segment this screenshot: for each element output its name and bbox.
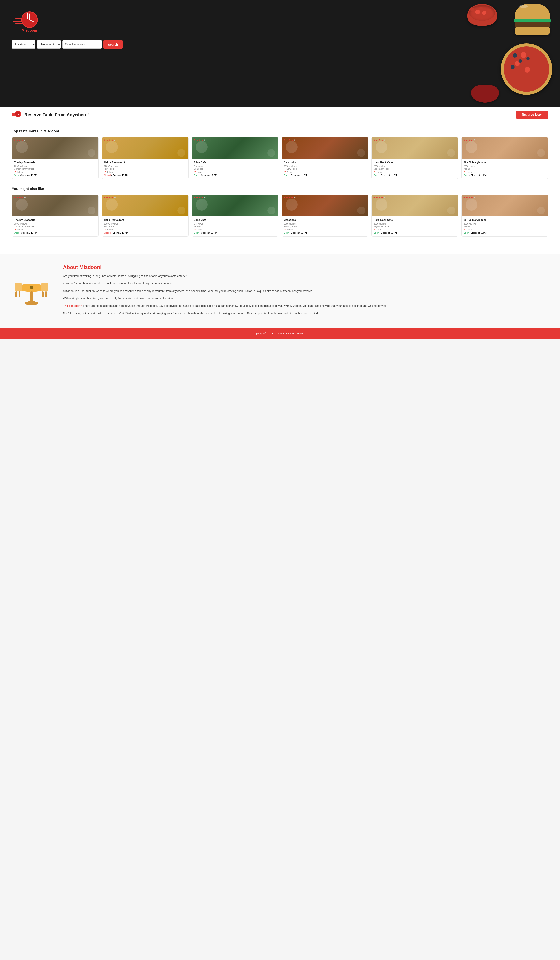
star-icon: ★: [471, 196, 473, 199]
star-icon: ★: [104, 196, 106, 199]
reserve-now-button[interactable]: Reserve Now!: [516, 111, 548, 119]
status-hours: Closes at 12 PM: [201, 232, 217, 234]
star-icon: ★: [474, 196, 475, 199]
card-image: ★★★★★: [372, 137, 458, 159]
card-location: Ahvaz: [284, 171, 366, 173]
star-icon: ★: [111, 139, 113, 141]
restaurant-card[interactable]: ★★★★★ 28 - 50 Marylebone 2096 reviews Ke…: [461, 137, 548, 179]
star-icon: ★: [193, 139, 196, 141]
star-icon: ★: [16, 196, 18, 199]
about-section: About Mizdooni Are you tired of waiting …: [0, 254, 560, 328]
star-icon: ★: [201, 139, 203, 141]
card-body: Eline Cafe 0 reviews Sea Food Rasht Open…: [192, 216, 278, 236]
restaurant-card[interactable]: ★★★★★ Eline Cafe 0 reviews Sea Food Rash…: [191, 195, 278, 237]
restaurant-card[interactable]: ★★★★★ Hard Rock Cafe 2096 reviews Vegeta…: [372, 137, 458, 179]
about-para-2: Look no further than Mizdooni – the ulti…: [63, 281, 548, 286]
logo[interactable]: Mizdooni: [12, 8, 43, 34]
status-hours: Closes at 11 PM: [471, 232, 487, 234]
card-cuisine: Fast Food: [104, 225, 186, 228]
status-hours: Closes at 11 PM: [21, 232, 37, 234]
card-body: 28 - 50 Marylebone 2096 reviews Kebab Te…: [462, 216, 548, 236]
card-location: Tabriz: [374, 229, 456, 231]
star-icon: ★: [474, 139, 475, 141]
star-icon: ★: [286, 139, 288, 141]
star-icon: ★: [286, 196, 288, 199]
star-icon: ★: [463, 196, 465, 199]
about-para-4: With a simple search feature, you can ea…: [63, 296, 548, 301]
restaurant-card[interactable]: ★★★★★ Halia Restaurant 12096 reviews Fas…: [102, 195, 188, 237]
star-icon: ★: [111, 196, 113, 199]
status-hours: Closes at 11 PM: [291, 174, 307, 176]
card-image: ★★★★★: [372, 195, 458, 216]
card-status: Open • Closes at 11 PM: [374, 174, 456, 176]
star-icon: ★: [199, 196, 201, 199]
card-body: Haida Restaurant 12096 reviews Fast Food…: [102, 159, 188, 179]
star-icon: ★: [376, 196, 378, 199]
card-cuisine: Kebab: [464, 168, 546, 170]
card-reviews: 2096 reviews: [14, 222, 96, 225]
card-location: Tabriz: [374, 171, 456, 173]
card-stars: ★★★★★: [283, 139, 296, 141]
card-image: ★★★★★: [102, 195, 188, 216]
star-icon: ★: [199, 139, 201, 141]
restaurant-card[interactable]: ★★★★★ Haida Restaurant 12096 reviews Fas…: [102, 137, 188, 179]
star-icon: ★: [376, 139, 378, 141]
restaurant-card[interactable]: ★★★★★ Cecconi's 2096 reviews Healthy Foo…: [282, 137, 369, 179]
card-cuisine: Kebab: [464, 225, 546, 228]
star-icon: ★: [196, 139, 198, 141]
footer-text: Copyright © 2024 Mizdooni - All rights r…: [253, 332, 307, 335]
card-name: Eline Cafe: [194, 161, 276, 164]
star-icon: ★: [468, 196, 471, 199]
food-sauce-decoration: [471, 85, 499, 102]
status-label: Open: [194, 232, 199, 234]
card-status: Open • Closes at 12 PM: [194, 232, 276, 234]
about-highlight: The best part?: [63, 304, 82, 307]
status-label: Open: [284, 232, 289, 234]
restaurant-card[interactable]: ★★★★★ The Ivy Brasserie 2096 reviews Con…: [12, 195, 99, 237]
card-body: Cecconi's 2096 reviews Healthy Food Ahva…: [282, 159, 368, 179]
card-location: Tehran: [464, 229, 546, 231]
restaurant-card[interactable]: ★★★★★ Cecconi's 2096 reviews Healthy Foo…: [282, 195, 369, 237]
status-label: Open: [374, 174, 379, 176]
about-para-1: Are you tired of waiting in long lines a…: [63, 274, 548, 278]
card-name: Hard Rock Cafe: [374, 218, 456, 221]
card-cuisine: Contemporary British: [14, 225, 96, 228]
restaurant-card[interactable]: ★★★★★ 28 - 50 Marylebone 2096 reviews Ke…: [461, 195, 548, 237]
restaurant-card[interactable]: ★★★★★ Eline Cafe 0 reviews Sea Food Rash…: [191, 137, 278, 179]
star-icon: ★: [294, 139, 296, 141]
status-label: Open: [464, 232, 469, 234]
status-hours: Closes at 11 PM: [381, 174, 397, 176]
card-cuisine: Healthy Food: [284, 225, 366, 228]
type-select[interactable]: Restaurant Cafe Fast Food Sea Food: [37, 40, 61, 48]
card-image: ★★★★★: [12, 137, 98, 159]
card-location: Ahvaz: [284, 229, 366, 231]
search-button[interactable]: Search: [103, 40, 123, 48]
about-text: About Mizdooni Are you tired of waiting …: [63, 264, 548, 318]
restaurant-card[interactable]: ★★★★★ Hard Rock Cafe 2096 reviews Vegeta…: [372, 195, 458, 237]
card-reviews: 2096 reviews: [284, 222, 366, 225]
svg-rect-25: [15, 283, 22, 287]
star-icon: ★: [204, 196, 206, 199]
restaurant-card[interactable]: ★★★★★ The Ivy Brasserie 2096 reviews Con…: [12, 137, 99, 179]
star-icon: ★: [193, 196, 196, 199]
you-might-like-section: You might also like ★★★★★ The Ivy Brasse…: [12, 187, 548, 237]
card-status: Open • Closes at 11 PM: [14, 232, 96, 234]
star-icon: ★: [24, 139, 26, 141]
star-icon: ★: [289, 196, 290, 199]
card-reviews: 12096 reviews: [104, 222, 186, 225]
star-icon: ★: [381, 196, 383, 199]
status-hours: Closes at 11 PM: [381, 232, 397, 234]
restaurant-search-input[interactable]: [62, 40, 102, 48]
star-icon: ★: [289, 139, 290, 141]
card-location: Rasht: [194, 229, 276, 231]
top-restaurants-grid: ★★★★★ The Ivy Brasserie 2096 reviews Con…: [12, 137, 548, 179]
location-select[interactable]: Location Tehran Tabriz Ahvaz Rasht: [12, 40, 35, 48]
about-para-5: The best part? There are no fees for mak…: [63, 304, 548, 308]
you-might-like-title: You might also like: [12, 187, 548, 191]
status-hours: Opens at 10 AM: [113, 174, 128, 176]
star-icon: ★: [16, 139, 18, 141]
status-hours: Opens at 10 AM: [113, 232, 128, 234]
card-location: Tehran: [14, 171, 96, 173]
svg-rect-23: [15, 291, 17, 297]
card-reviews: 2096 reviews: [14, 165, 96, 167]
